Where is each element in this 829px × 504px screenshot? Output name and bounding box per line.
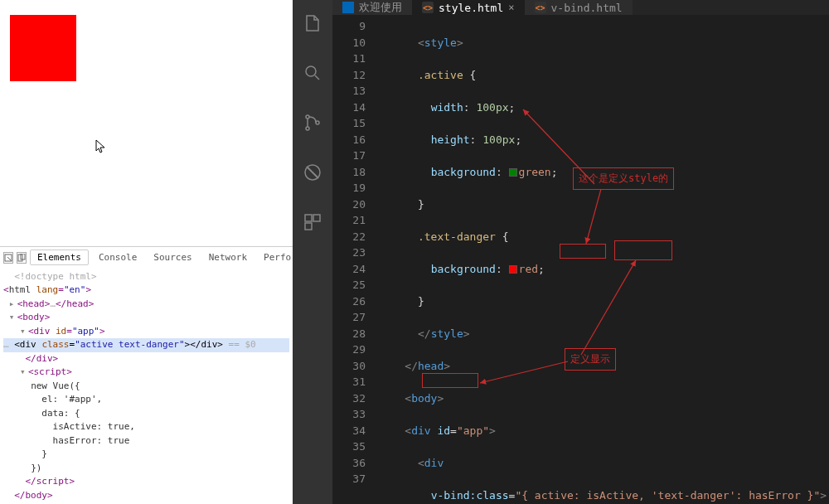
inspect-icon[interactable] xyxy=(3,252,13,264)
vue-line-1: new Vue({ xyxy=(31,380,80,391)
svg-rect-10 xyxy=(305,223,312,230)
annotation-box-active xyxy=(560,244,606,259)
editor-tabs: 欢迎使用 <> style.html × <> v-bind.html xyxy=(332,0,829,15)
vue-line-3: data: { xyxy=(31,408,80,419)
vue-line-7: }) xyxy=(31,463,41,473)
vue-line-6: } xyxy=(31,448,47,459)
close-icon[interactable]: × xyxy=(508,2,514,13)
annotation-box-isactive xyxy=(614,240,672,260)
code-content[interactable]: <style> .active { width: 100px; height: … xyxy=(379,15,829,504)
vue-line-4: isActive: true, xyxy=(31,421,135,432)
svg-point-5 xyxy=(306,127,309,130)
device-toggle-icon[interactable] xyxy=(17,252,27,264)
svg-rect-8 xyxy=(305,215,312,221)
svg-point-4 xyxy=(306,115,309,119)
explorer-icon[interactable] xyxy=(293,7,332,40)
html-file-icon: <> xyxy=(422,2,434,13)
activity-bar xyxy=(293,0,332,504)
tab-welcome-label: 欢迎使用 xyxy=(359,0,402,15)
svg-rect-9 xyxy=(313,215,320,221)
search-icon[interactable] xyxy=(293,56,332,90)
svg-point-3 xyxy=(306,66,316,76)
rendered-div-active-text-danger xyxy=(10,15,76,81)
mouse-cursor xyxy=(95,139,107,157)
tab-sources[interactable]: Sources xyxy=(147,250,198,264)
tab-elements[interactable]: Elements xyxy=(30,250,89,265)
devtools-dom-tree[interactable]: <!doctype html> <html lang="en"> ▸<head>… xyxy=(0,269,293,505)
annotation-box-isactive-data xyxy=(422,373,478,388)
tab-style-html[interactable]: <> style.html × xyxy=(412,0,525,15)
devtools-panel: Elements Console Sources Network Perform… xyxy=(0,246,293,505)
browser-preview-pane: Elements Console Sources Network Perform… xyxy=(0,0,293,504)
source-control-icon[interactable] xyxy=(293,106,332,139)
devtools-tabs: Elements Console Sources Network Perform xyxy=(0,247,293,269)
vue-line-2: el: '#app', xyxy=(31,394,102,405)
tab-network[interactable]: Network xyxy=(202,250,254,264)
code-editor[interactable]: 9101112131415161718192021222324252627282… xyxy=(332,15,829,504)
tab-vbind-html[interactable]: <> v-bind.html xyxy=(525,0,633,15)
line-numbers: 9101112131415161718192021222324252627282… xyxy=(332,15,379,504)
annotation-label-display: 定义显示 xyxy=(565,348,616,371)
page-preview xyxy=(0,0,293,246)
tab-welcome[interactable]: 欢迎使用 xyxy=(332,0,412,15)
vue-line-5: hasError: true xyxy=(31,435,129,446)
debug-icon[interactable] xyxy=(293,156,332,189)
vscode-icon xyxy=(342,2,354,13)
vscode-pane: 欢迎使用 <> style.html × <> v-bind.html 9101… xyxy=(293,0,829,504)
dom-inner-class: active text-danger xyxy=(80,339,179,350)
tab-vbind-label: v-bind.html xyxy=(551,2,623,14)
tab-style-label: style.html xyxy=(439,2,503,14)
html-file-icon: <> xyxy=(535,2,546,13)
annotation-label-style: 这个是定义style的 xyxy=(573,167,674,190)
editor-area: 欢迎使用 <> style.html × <> v-bind.html 9101… xyxy=(332,0,829,504)
extensions-icon[interactable] xyxy=(293,206,332,239)
tab-console[interactable]: Console xyxy=(92,250,143,264)
